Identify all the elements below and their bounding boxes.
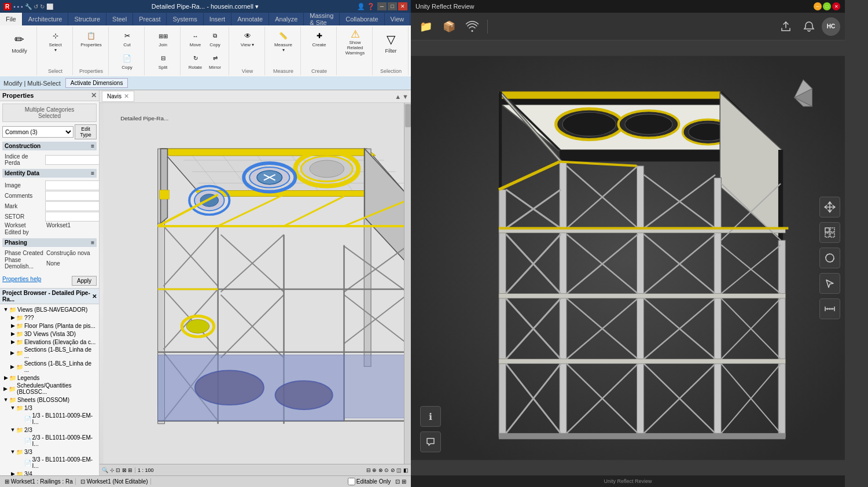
navis-tab[interactable]: Navis ✕ [102, 91, 134, 102]
copy-btn[interactable]: 📄Copy [118, 50, 137, 72]
select-btn[interactable]: ⊹Select ▾ [46, 28, 65, 54]
phase-created-value: Construção nova [45, 250, 94, 256]
tree-item-sections2[interactable]: ▶ 📁 Sections (1-BLS_Linha de ... [1, 360, 98, 374]
tree-item-legends[interactable]: ▶ 📁 Legends [1, 374, 98, 382]
viewport-scroll-up[interactable]: ▲ [395, 93, 401, 100]
copy2-btn[interactable]: ⧉Copy [206, 28, 225, 49]
activate-dimensions-btn[interactable]: Activate Dimensions [65, 78, 128, 88]
reflect-model-btn[interactable]: 📦 [439, 16, 459, 37]
identity-section-header[interactable]: Identity Data ≡ [2, 169, 97, 178]
tab-precast[interactable]: Precast [133, 13, 167, 25]
reflect-close-btn[interactable]: ✕ [832, 2, 840, 10]
tree-item-1-3[interactable]: ▼ 📁 1/3 [1, 404, 98, 412]
reflect-minimize-btn[interactable]: ─ [814, 2, 822, 10]
tree-item-unk[interactable]: ▶ 📁 ??? [1, 313, 98, 322]
mirror-btn[interactable]: ⇌Mirror [206, 50, 225, 72]
rotate-btn[interactable]: ↻Rotate [186, 50, 205, 72]
edit-type-btn[interactable]: Edit Type [75, 124, 97, 139]
properties-close-btn[interactable]: ✕ [91, 91, 97, 99]
properties-apply-btn[interactable]: Apply [72, 276, 97, 286]
reflect-bell-btn[interactable] [799, 16, 819, 37]
tab-systems[interactable]: Systems [167, 13, 203, 25]
revit-3d-viewport[interactable]: Detailed Pipe-Ra... [100, 103, 411, 464]
mark-field[interactable] [45, 201, 100, 211]
view-btn[interactable]: 👁View ▾ [238, 28, 257, 49]
navis-close-icon[interactable]: ✕ [124, 93, 129, 100]
browser-close-btn[interactable]: ✕ [92, 293, 97, 300]
tree-item-sheets[interactable]: ▼ 📁 Sheets (BLOSSOM) [1, 396, 98, 404]
scrollbar-v-thumb[interactable] [405, 104, 411, 127]
reflect-user-btn[interactable]: HC [822, 17, 840, 36]
reflect-orbit-btn[interactable] [819, 248, 840, 268]
reflect-wifi-btn[interactable] [462, 16, 483, 37]
construction-section-header[interactable]: Construction ≡ [2, 142, 97, 150]
tab-annotate[interactable]: Annotate [231, 13, 269, 25]
tab-file[interactable]: File [0, 13, 23, 25]
viewport-scrollbar-v[interactable] [404, 103, 411, 464]
vp-nav-icons[interactable]: ⊟ ⊕ ⊗ ⊙ ⊘ ◫ ◧ [366, 467, 409, 473]
reflect-pan-btn[interactable] [819, 197, 840, 217]
prop-type-dropdown[interactable]: Common (3) [2, 126, 73, 138]
tab-architecture[interactable]: Architecture [23, 13, 69, 25]
phasing-section-header[interactable]: Phasing ≡ [2, 238, 97, 247]
workset-value: Workset1 [45, 222, 94, 228]
viewport-scroll-down[interactable]: ▼ [402, 93, 409, 100]
reflect-folder-btn[interactable]: 📁 [415, 16, 436, 37]
reflect-message-btn[interactable] [420, 431, 441, 452]
cut-btn[interactable]: ✂Cut [118, 28, 137, 49]
indice-field[interactable] [45, 155, 100, 165]
vp-tools-icons[interactable]: 🔍 ⊹ ⊡ ⊠ ⊞ [102, 467, 133, 473]
tab-steel[interactable]: Steel [106, 13, 133, 25]
split-btn[interactable]: ⊟Split [154, 50, 172, 72]
tree-item-3-3[interactable]: ▼ 📁 3/3 [1, 448, 98, 456]
measure-btn[interactable]: 📏Measure ▾ [274, 28, 293, 54]
reflect-title-text: Unity Reflect Review [415, 3, 814, 10]
reflect-3d-viewport[interactable]: ℹ [411, 40, 845, 475]
reflect-select-btn[interactable] [819, 222, 840, 243]
properties-btn[interactable]: 📋Properties [82, 28, 101, 49]
create-btn[interactable]: ✚Create [310, 28, 329, 49]
comments-field[interactable] [45, 191, 100, 201]
editable-only-input[interactable] [348, 478, 355, 485]
vp-scale-label: 1 : 100 [135, 467, 154, 473]
image-field[interactable] [45, 180, 100, 190]
reflect-info-btn[interactable]: ℹ [420, 406, 441, 427]
reflect-point-btn[interactable] [819, 273, 840, 294]
tree-item-views[interactable]: ▼ 📁 Views (BLS-NAVEGADOR) [1, 305, 98, 313]
editable-only-checkbox[interactable]: Editable Only [348, 478, 391, 485]
tab-structure[interactable]: Structure [68, 13, 106, 25]
tree-item-schedules[interactable]: ▶ 📁 Schedules/Quantities (BLOSSC... [1, 382, 98, 396]
tree-item-1-3-sheet[interactable]: ▶ 📄 1/3 - BL1011-0009-EM-I... [1, 412, 98, 426]
reflect-share-btn[interactable] [775, 16, 796, 37]
properties-help-link[interactable]: Properties help [2, 276, 41, 286]
tree-item-3dviews[interactable]: ▶ 📁 3D Views (Vista 3D) [1, 330, 98, 338]
tab-insert[interactable]: Insert [204, 13, 232, 25]
tab-view[interactable]: View [385, 13, 411, 25]
filter-btn[interactable]: ▽ Filter [377, 28, 405, 57]
tree-item-3-4[interactable]: ▶ 📁 3/4 [1, 470, 98, 475]
close-btn[interactable]: ✕ [398, 2, 407, 10]
revit-viewport-area: Navis ✕ ▲ ▼ [100, 90, 411, 475]
tree-item-3-3-sheet[interactable]: ▶ 📄 3/3 - BL1011-0009-EM-I... [1, 456, 98, 470]
reflect-3d-drawing [411, 40, 845, 475]
tree-item-sections1[interactable]: ▶ 📁 Sections (1-BLS_Linha de ... [1, 346, 98, 360]
modify-btn[interactable]: ✏ Modify [6, 28, 34, 57]
maximize-btn[interactable]: □ [388, 2, 397, 10]
reflect-maximize-btn[interactable]: □ [823, 2, 831, 10]
ribbon-group-view: 👁View ▾ View [230, 27, 265, 75]
minimize-btn[interactable]: ─ [377, 2, 387, 10]
setor-field[interactable] [45, 212, 100, 222]
move-btn[interactable]: ↔Move [186, 28, 205, 49]
tab-collaborate[interactable]: Collaborate [340, 13, 384, 25]
reflect-measure-btn[interactable] [819, 298, 840, 319]
tab-massing[interactable]: Massing & Site [304, 13, 340, 25]
tree-item-floorplans[interactable]: ▶ 📁 Floor Plans (Planta de pis... [1, 322, 98, 330]
join-btn[interactable]: ⊞⊞Join [154, 28, 172, 49]
svg-rect-135 [499, 433, 785, 439]
tab-analyze[interactable]: Analyze [269, 13, 304, 25]
tree-item-2-3[interactable]: ▼ 📁 2/3 [1, 426, 98, 434]
tree-item-elevations[interactable]: ▶ 📁 Elevations (Elevação da c... [1, 338, 98, 346]
ribbon-group-properties: 📋Properties Properties [74, 27, 109, 75]
tree-item-2-3-sheet[interactable]: ▶ 📄 2/3 - BL1011-0009-EM-I... [1, 434, 98, 448]
comments-label: Comments [5, 193, 45, 199]
